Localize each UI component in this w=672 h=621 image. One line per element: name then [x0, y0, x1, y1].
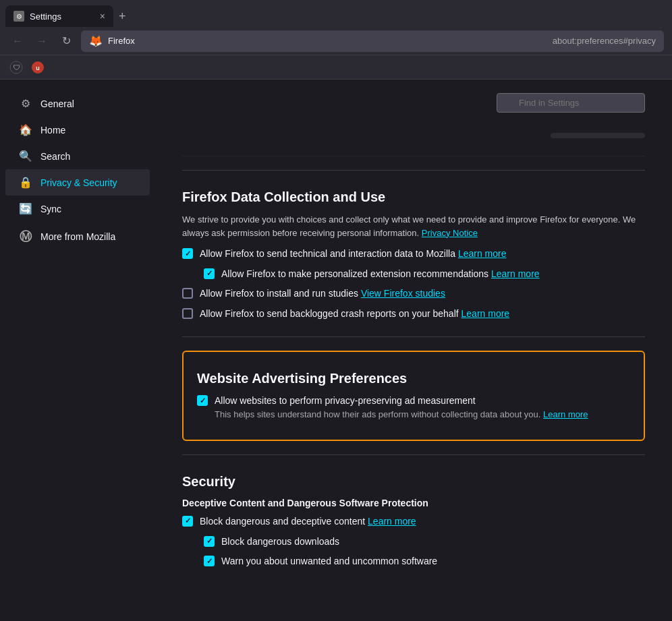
technical-data-learn-more[interactable]: Learn more	[458, 248, 507, 259]
mozilla-icon: Ⓜ	[19, 229, 32, 245]
firefox-icon: 🦊	[89, 34, 103, 47]
privacy-notice-link[interactable]: Privacy Notice	[422, 228, 478, 238]
extension-recs-learn-more[interactable]: Learn more	[491, 268, 540, 279]
checkbox-block-downloads: Block dangerous downloads	[204, 535, 645, 549]
data-collection-desc: We strive to provide you with choices an…	[182, 213, 645, 239]
checkbox-extension-recs-label: Allow Firefox to make personalized exten…	[221, 268, 540, 281]
sidebar-label-search: Search	[40, 151, 70, 162]
svg-text:🛡: 🛡	[13, 63, 20, 71]
sidebar-item-sync[interactable]: 🔄 Sync	[5, 196, 150, 222]
find-input[interactable]	[497, 93, 645, 113]
sidebar-label-sync: Sync	[40, 204, 61, 214]
sidebar: ⚙ General 🏠 Home 🔍 Search 🔒 Privacy & Se…	[0, 80, 155, 621]
checkbox-crash-reports-input[interactable]	[182, 308, 193, 319]
home-icon: 🏠	[19, 123, 32, 136]
checkbox-technical-data-input[interactable]	[182, 248, 193, 259]
tab-icon: ⚙	[13, 11, 24, 22]
sidebar-item-more-mozilla[interactable]: Ⓜ More from Mozilla	[5, 222, 150, 252]
checkbox-studies: Allow Firefox to install and run studies…	[182, 287, 645, 301]
content-area: Firefox Data Collection and Use We striv…	[155, 80, 672, 621]
data-collection-title: Firefox Data Collection and Use	[182, 184, 645, 205]
checkbox-studies-label: Allow Firefox to install and run studies…	[200, 287, 445, 301]
sidebar-label-home: Home	[40, 125, 65, 136]
address-bar[interactable]: 🦊 Firefox about:preferences#privacy	[81, 30, 664, 52]
sidebar-label-privacy: Privacy & Security	[40, 177, 117, 188]
find-bar	[182, 93, 645, 113]
sidebar-label-more: More from Mozilla	[40, 231, 115, 242]
checkbox-extension-recs-input[interactable]	[204, 268, 215, 279]
security-title: Security	[182, 469, 645, 490]
sidebar-label-general: General	[40, 98, 74, 109]
security-section: Security Deceptive Content and Dangerous…	[182, 469, 645, 568]
new-tab-button[interactable]: +	[113, 5, 132, 27]
checkbox-technical-data-label: Allow Firefox to send technical and inte…	[200, 247, 506, 261]
divider-top	[182, 170, 645, 171]
sidebar-item-home[interactable]: 🏠 Home	[5, 117, 150, 143]
sidebar-item-general[interactable]: ⚙ General	[5, 90, 150, 117]
nav-bar: ← → ↻ 🦊 Firefox about:preferences#privac…	[0, 27, 672, 55]
checkbox-crash-reports-label: Allow Firefox to send backlogged crash r…	[200, 307, 509, 321]
data-collection-section: Firefox Data Collection and Use We striv…	[182, 184, 645, 320]
back-button[interactable]: ←	[8, 32, 27, 51]
checkbox-warn-unwanted: Warn you about unwanted and uncommon sof…	[204, 555, 645, 568]
settings-tab[interactable]: ⚙ Settings ×	[5, 5, 113, 27]
search-icon: 🔍	[19, 150, 32, 162]
checkbox-warn-unwanted-label: Warn you about unwanted and uncommon sof…	[221, 555, 437, 568]
divider-security	[182, 454, 645, 455]
refresh-button[interactable]: ↻	[57, 32, 76, 51]
checkbox-block-downloads-input[interactable]	[204, 536, 215, 547]
tab-title: Settings	[30, 11, 61, 22]
address-text: Firefox	[108, 36, 547, 46]
advertising-title: Website Advertising Preferences	[197, 365, 630, 386]
security-subsection-title: Deceptive Content and Dangerous Software…	[182, 498, 645, 508]
tab-close-button[interactable]: ×	[100, 11, 105, 22]
title-bar: ⚙ Settings × +	[0, 0, 672, 27]
checkbox-crash-reports: Allow Firefox to send backlogged crash r…	[182, 307, 645, 321]
advertising-section: Website Advertising Preferences Allow we…	[182, 351, 645, 441]
extension-icon-1[interactable]: 🛡	[8, 59, 24, 76]
checkbox-warn-unwanted-input[interactable]	[204, 556, 215, 566]
checkbox-ad-measurement-input[interactable]	[197, 395, 208, 406]
extensions-bar: 🛡 u	[0, 55, 672, 80]
sync-icon: 🔄	[19, 202, 32, 215]
studies-view-link[interactable]: View Firefox studies	[361, 288, 445, 299]
checkbox-block-dangerous-input[interactable]	[182, 516, 193, 527]
general-icon: ⚙	[19, 97, 32, 110]
checkbox-ad-measurement: Allow websites to perform privacy-preser…	[197, 394, 630, 419]
block-dangerous-learn-more[interactable]: Learn more	[368, 516, 416, 527]
sidebar-item-privacy[interactable]: 🔒 Privacy & Security	[5, 169, 150, 196]
extension-icon-2[interactable]: u	[30, 59, 46, 76]
advertising-learn-more[interactable]: Learn more	[543, 409, 588, 419]
checkbox-extension-recs: Allow Firefox to make personalized exten…	[204, 268, 645, 281]
main-layout: ⚙ General 🏠 Home 🔍 Search 🔒 Privacy & Se…	[0, 80, 672, 621]
crash-reports-learn-more[interactable]: Learn more	[461, 308, 510, 319]
checkbox-block-dangerous-label: Block dangerous and deceptive content Le…	[200, 515, 416, 529]
checkbox-studies-input[interactable]	[182, 288, 193, 299]
checkbox-technical-data: Allow Firefox to send technical and inte…	[182, 247, 645, 261]
address-url: about:preferences#privacy	[553, 36, 656, 46]
divider-advertising	[182, 336, 645, 337]
svg-text:u: u	[36, 65, 40, 71]
faded-top-content	[182, 126, 645, 156]
tab-bar: ⚙ Settings × +	[5, 0, 132, 27]
forward-button[interactable]: →	[32, 32, 51, 51]
sidebar-item-search[interactable]: 🔍 Search	[5, 143, 150, 169]
checkbox-block-dangerous: Block dangerous and deceptive content Le…	[182, 515, 645, 529]
checkbox-ad-measurement-label: Allow websites to perform privacy-preser…	[215, 394, 588, 419]
checkbox-block-downloads-label: Block dangerous downloads	[221, 535, 339, 549]
privacy-icon: 🔒	[19, 176, 32, 189]
find-wrapper	[497, 93, 645, 113]
